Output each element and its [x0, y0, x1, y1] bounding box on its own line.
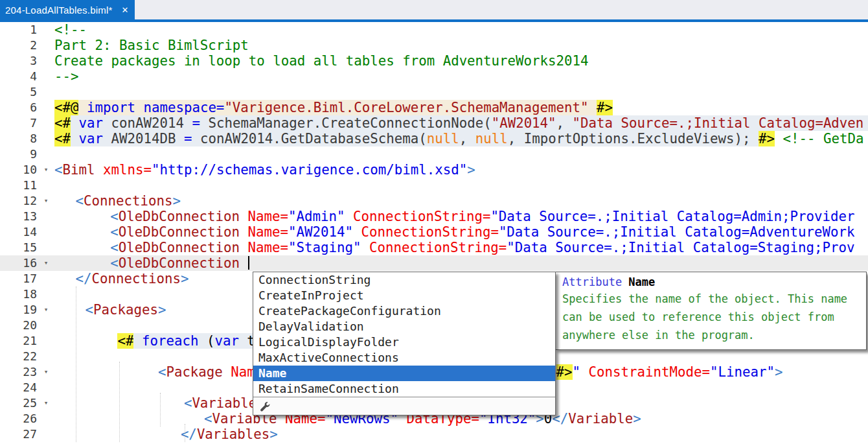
token: <	[204, 411, 212, 426]
close-icon[interactable]: ✕	[122, 5, 129, 15]
token: null	[475, 131, 508, 146]
fold-margin	[38, 69, 54, 84]
code-line-7[interactable]: 7<# var conAW2014 = SchemaManager.Create…	[0, 115, 868, 131]
line-number: 24	[0, 380, 38, 395]
fold-arrow-icon[interactable]: ▾	[38, 162, 54, 178]
code-line-1[interactable]: 1<!--	[0, 22, 868, 38]
token: xmlns=	[103, 162, 152, 178]
code-line-8[interactable]: 8<# var AW2014DB = conAW2014.GetDatabase…	[0, 131, 868, 146]
tooltip-attr-name: Name	[622, 275, 655, 288]
code-line-3[interactable]: 3Create packages in loop to load all tab…	[0, 53, 868, 69]
dropdown-tool-row[interactable]	[253, 397, 555, 415]
token: ConnectionString=	[353, 209, 490, 224]
intellisense-dropdown[interactable]: ConnectionStringCreateInProjectCreatePac…	[253, 272, 556, 415]
code-line-14[interactable]: 14<OleDbConnection Name="AW2014" Connect…	[0, 224, 868, 240]
tooltip-description: Specifies the name of the object. This n…	[562, 290, 860, 344]
completion-item-connectionstring[interactable]: ConnectionString	[253, 272, 555, 288]
fold-arrow-icon[interactable]: ▾	[38, 395, 54, 411]
fold-margin	[38, 224, 54, 240]
tab-204-loadalltables[interactable]: 204-LoadAllTables.biml* ✕	[0, 0, 135, 19]
token: <	[110, 209, 119, 224]
token	[133, 333, 142, 349]
code-text: -->	[54, 69, 868, 84]
code-line-4[interactable]: 4-->	[0, 69, 868, 84]
token: <	[158, 364, 166, 380]
code-text	[54, 146, 868, 162]
wrench-icon[interactable]	[260, 401, 270, 412]
token: <#	[54, 131, 71, 146]
token: Part 2: Basic BimlScript	[54, 38, 249, 53]
code-text: <Biml xmlns="http://schemas.varigence.co…	[54, 162, 868, 178]
tab-title: 204-LoadAllTables.biml*	[5, 5, 113, 16]
token: OleDbConnection	[119, 224, 240, 240]
tooltip-title: Attribute Name	[562, 275, 860, 288]
code-line-6[interactable]: 6<#@ import namespace="Varigence.Biml.Co…	[0, 100, 868, 115]
indent-guide	[119, 362, 120, 442]
code-text: Create packages in loop to load all tabl…	[54, 53, 868, 69]
token: OleDbConnection	[119, 209, 240, 224]
completion-item-createinproject[interactable]: CreateInProject	[253, 288, 555, 303]
code-line-5[interactable]: 5	[0, 84, 868, 100]
token	[103, 115, 111, 131]
code-line-9[interactable]: 9	[0, 146, 868, 162]
fold-margin	[38, 100, 54, 115]
line-number: 15	[0, 240, 38, 255]
token: Name=	[248, 209, 288, 224]
line-number: 7	[0, 115, 38, 131]
spacer	[54, 364, 158, 380]
line-number: 25	[0, 395, 38, 411]
token	[353, 224, 361, 240]
code-line-12[interactable]: 12▾<Connections>	[0, 193, 868, 209]
code-line-11[interactable]: 11	[0, 178, 868, 193]
token: #>	[759, 131, 775, 146]
line-number: 8	[0, 131, 38, 146]
token: >	[467, 162, 475, 178]
line-number: 22	[0, 349, 38, 364]
code-text	[54, 178, 868, 193]
fold-margin	[38, 22, 54, 38]
fold-arrow-icon[interactable]: ▾	[38, 255, 54, 271]
fold-arrow-icon[interactable]: ▾	[38, 302, 54, 318]
token: "Staging"	[288, 240, 361, 255]
token: <	[54, 162, 63, 178]
code-line-27[interactable]: 27</Variables>	[0, 426, 868, 442]
token: ConstraintMode=	[589, 364, 710, 380]
code-text: Part 2: Basic BimlScript	[54, 38, 868, 53]
code-line-2[interactable]: 2Part 2: Basic BimlScript	[0, 38, 868, 53]
token: Name=	[248, 224, 288, 240]
spacer	[54, 271, 75, 286]
completion-item-createpackageconfiguration[interactable]: CreatePackageConfiguration	[253, 303, 555, 319]
line-number: 12	[0, 193, 38, 209]
token: "Data Source=.;Initial Catalog=Adventure…	[499, 224, 855, 240]
token: =	[184, 131, 192, 146]
fold-margin	[38, 380, 54, 395]
token: >	[181, 271, 189, 286]
code-line-10[interactable]: 10▾<Biml xmlns="http://schemas.varigence…	[0, 162, 868, 178]
completion-tooltip: Attribute Name Specifies the name of the…	[555, 272, 867, 350]
spacer	[54, 240, 110, 255]
code-line-16[interactable]: 16▾<OleDbConnection	[0, 255, 868, 271]
fold-margin	[38, 178, 54, 193]
fold-arrow-icon[interactable]: ▾	[38, 193, 54, 209]
token: import	[87, 100, 143, 115]
completion-item-logicaldisplayfolder[interactable]: LogicalDisplayFolder	[253, 334, 555, 350]
token: ,	[556, 115, 573, 131]
token: var	[79, 115, 103, 131]
token: >	[269, 426, 278, 442]
completion-item-delayvalidation[interactable]: DelayValidation	[253, 319, 555, 334]
token	[223, 364, 231, 380]
fold-margin	[38, 115, 54, 131]
token: Create packages in loop to load all tabl…	[54, 53, 589, 69]
completion-item-maxactiveconnections[interactable]: MaxActiveConnections	[253, 350, 555, 366]
code-editor[interactable]: 1<!--2Part 2: Basic BimlScript3Create pa…	[0, 22, 868, 444]
fold-arrow-icon[interactable]: ▾	[38, 364, 54, 380]
completion-item-name[interactable]: Name	[253, 366, 555, 381]
completion-item-retainsameconnection[interactable]: RetainSameConnection	[253, 381, 555, 397]
code-line-15[interactable]: 15<OleDbConnection Name="Staging" Connec…	[0, 240, 868, 255]
token: ConnectionString=	[369, 240, 507, 255]
token	[95, 162, 103, 178]
token	[240, 255, 248, 271]
line-number: 10	[0, 162, 38, 178]
code-line-13[interactable]: 13<OleDbConnection Name="Admin" Connecti…	[0, 209, 868, 224]
line-number: 11	[0, 178, 38, 193]
